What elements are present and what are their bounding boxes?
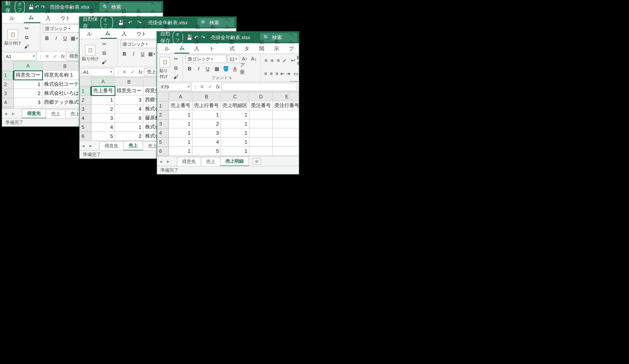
tab-nav-prev[interactable]: ◂ bbox=[80, 143, 87, 148]
cell[interactable]: 2 bbox=[192, 119, 221, 128]
merge-label[interactable]: セルを結合して中央揃え bbox=[299, 68, 299, 80]
cell[interactable]: 1 bbox=[221, 155, 249, 156]
tab-insert[interactable]: 挿入 bbox=[117, 22, 132, 39]
paste-button[interactable]: 📋貼り付け bbox=[4, 29, 21, 46]
cancel-fx-icon[interactable]: ✕ bbox=[198, 84, 206, 90]
cell[interactable]: 2 bbox=[115, 132, 143, 140]
cell[interactable]: 3 bbox=[14, 98, 42, 107]
wrap-text-button[interactable]: ↩ bbox=[290, 56, 296, 65]
tab-home[interactable]: ホーム bbox=[24, 1, 41, 23]
indent-dec-icon[interactable]: ⇤ bbox=[280, 70, 285, 78]
font-color-button[interactable]: A bbox=[231, 65, 239, 73]
tab-nav-prev[interactable]: ◂ bbox=[2, 110, 9, 116]
name-box[interactable]: A1▾ bbox=[4, 52, 37, 60]
copy-icon[interactable]: ⧉ bbox=[23, 33, 31, 42]
name-box[interactable]: X79▾ bbox=[159, 83, 192, 91]
cell[interactable] bbox=[273, 137, 299, 146]
cell[interactable]: 1 bbox=[221, 119, 249, 128]
bold-button[interactable]: B bbox=[185, 65, 194, 73]
cell[interactable]: 1 bbox=[14, 80, 42, 89]
format-painter-icon[interactable]: 🖌 bbox=[23, 42, 31, 51]
row-header[interactable]: 1 bbox=[157, 101, 168, 110]
cell[interactable]: 1 bbox=[221, 137, 249, 146]
cell[interactable]: 5 bbox=[91, 132, 115, 140]
cell[interactable]: 4 bbox=[91, 122, 115, 132]
tab-insert[interactable]: 挿入 bbox=[189, 37, 204, 54]
cell[interactable] bbox=[249, 119, 273, 128]
tab-file[interactable]: ファイル bbox=[4, 1, 24, 23]
sheet-tab[interactable]: 売上 bbox=[46, 109, 66, 118]
cell[interactable]: 4 bbox=[192, 137, 221, 146]
tab-help[interactable]: ヘルプ bbox=[284, 31, 299, 54]
row-header[interactable]: 5 bbox=[157, 137, 168, 146]
col-header[interactable]: E bbox=[273, 92, 299, 101]
tab-pagelayout[interactable]: ページ レイアウト bbox=[132, 16, 159, 39]
underline-button[interactable]: U bbox=[204, 65, 212, 73]
cell[interactable]: 3 bbox=[192, 128, 221, 137]
cell[interactable] bbox=[249, 155, 273, 156]
row-header[interactable]: 2 bbox=[2, 80, 13, 89]
sheet-tab[interactable]: 売上 bbox=[123, 141, 143, 151]
cell[interactable]: 得意先コー bbox=[14, 71, 42, 80]
row-header[interactable]: 6 bbox=[157, 146, 168, 155]
fx-icon[interactable]: fx bbox=[137, 69, 144, 75]
fx-icon[interactable]: fx bbox=[214, 84, 222, 90]
italic-button[interactable]: I bbox=[52, 34, 60, 42]
format-painter-icon[interactable]: 🖌 bbox=[172, 73, 180, 81]
cell[interactable]: 1 bbox=[91, 95, 115, 104]
paste-button[interactable]: 📋貼り付け bbox=[82, 45, 99, 62]
cut-icon[interactable]: ✂ bbox=[172, 55, 180, 63]
align-middle-icon[interactable]: ≡ bbox=[270, 56, 275, 65]
cell[interactable] bbox=[249, 110, 273, 119]
cell[interactable]: 3 bbox=[115, 95, 143, 104]
confirm-fx-icon[interactable]: ✓ bbox=[206, 84, 214, 90]
italic-button[interactable]: I bbox=[194, 65, 203, 73]
format-painter-icon[interactable]: 🖌 bbox=[100, 58, 108, 66]
tab-home[interactable]: ホーム bbox=[100, 16, 117, 39]
font-size-select[interactable]: 11▾ bbox=[228, 55, 240, 63]
cell[interactable]: 売上行番号 bbox=[192, 101, 221, 110]
cancel-fx-icon[interactable]: ✕ bbox=[43, 53, 51, 59]
cell[interactable]: 1 bbox=[115, 122, 143, 132]
cell[interactable]: 4 bbox=[14, 107, 42, 108]
confirm-fx-icon[interactable]: ✓ bbox=[129, 69, 137, 75]
cell[interactable] bbox=[273, 146, 299, 155]
cell[interactable]: 得意先コー bbox=[115, 86, 143, 95]
bold-button[interactable]: B bbox=[120, 50, 129, 58]
font-name-select[interactable]: 游ゴシック▾ bbox=[185, 55, 227, 63]
phonetic-icon[interactable]: ア亜 bbox=[240, 65, 248, 73]
grid[interactable]: ABCDEFGHIJ1売上番号売上行番号売上明細区受注番号受注行番号項番品名単価… bbox=[157, 92, 299, 156]
col-header[interactable]: C bbox=[221, 92, 249, 101]
underline-button[interactable]: U bbox=[61, 34, 69, 42]
cut-icon[interactable]: ✂ bbox=[23, 24, 31, 32]
col-header[interactable]: A bbox=[14, 62, 42, 71]
align-bottom-icon[interactable]: ≡ bbox=[276, 56, 281, 65]
cell[interactable]: 2 bbox=[14, 89, 42, 98]
cell[interactable]: 1 bbox=[169, 128, 192, 137]
fx-icon[interactable]: fx bbox=[59, 53, 67, 59]
cell[interactable]: 1 bbox=[169, 119, 192, 128]
cell[interactable]: 売上明細区 bbox=[221, 101, 249, 110]
cell[interactable]: 5 bbox=[192, 146, 221, 155]
name-box[interactable]: A1▾ bbox=[81, 68, 114, 76]
cell[interactable]: 売上番号 bbox=[169, 101, 192, 110]
tab-nav-next[interactable]: ▸ bbox=[87, 143, 94, 148]
cell[interactable] bbox=[273, 155, 299, 156]
col-header[interactable]: D bbox=[249, 92, 273, 101]
tab-formulas[interactable]: 数式 bbox=[225, 37, 239, 54]
cell[interactable]: 6 bbox=[192, 155, 221, 156]
row-header[interactable]: 3 bbox=[2, 89, 13, 98]
wrap-text-label[interactable]: 折り返して全体を表示する bbox=[297, 55, 299, 66]
cell[interactable]: 1 bbox=[169, 137, 192, 146]
border-button[interactable]: ▦▾ bbox=[70, 34, 78, 42]
row-header[interactable]: 1 bbox=[80, 86, 91, 95]
align-left-icon[interactable]: ≡ bbox=[263, 70, 268, 78]
cell[interactable]: 3 bbox=[91, 113, 115, 122]
confirm-fx-icon[interactable]: ✓ bbox=[51, 53, 59, 59]
cell[interactable] bbox=[249, 137, 273, 146]
cell[interactable] bbox=[249, 128, 273, 137]
row-header[interactable]: 5 bbox=[80, 122, 91, 132]
sheet-tab[interactable]: 売上明細 bbox=[220, 156, 249, 166]
cell[interactable]: 6 bbox=[115, 113, 143, 122]
tab-review[interactable]: 校閲 bbox=[254, 37, 269, 54]
